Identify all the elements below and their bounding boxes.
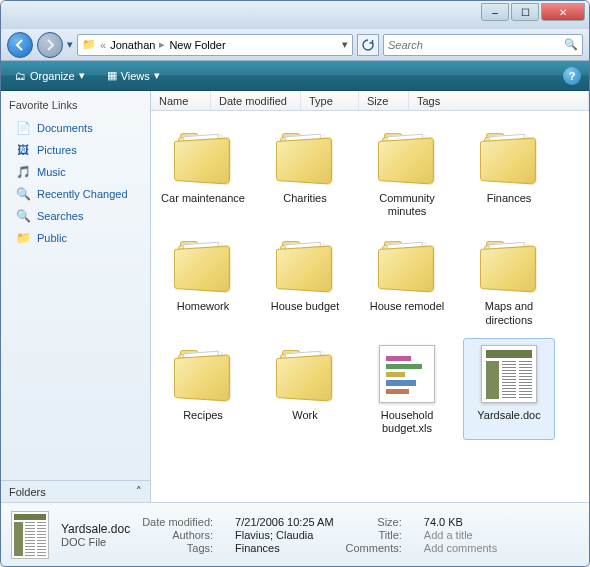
folder-icon	[480, 133, 538, 181]
title-field[interactable]: Add a title	[424, 529, 497, 541]
link-icon: 📁	[15, 230, 31, 246]
document-icon	[481, 345, 537, 403]
link-icon: 🖼	[15, 142, 31, 158]
details-properties-right: Size:74.0 KB Title:Add a title Comments:…	[346, 516, 498, 554]
item-label: Car maintenance	[161, 192, 245, 205]
column-header-name[interactable]: Name	[151, 91, 211, 110]
favorite-links-heading: Favorite Links	[1, 97, 150, 117]
chevron-right-icon[interactable]: ▸	[159, 38, 165, 51]
views-icon: ▦	[107, 69, 117, 82]
column-header-tags[interactable]: Tags	[409, 91, 589, 110]
maximize-button[interactable]: ☐	[511, 3, 539, 21]
details-filename: Yardsale.doc	[61, 522, 130, 536]
item-label: Yardsale.doc	[477, 409, 540, 422]
organize-icon: 🗂	[15, 70, 26, 82]
address-dropdown-icon[interactable]: ▾	[342, 38, 348, 51]
link-label: Public	[37, 232, 67, 244]
folder-icon	[276, 241, 334, 289]
favorite-link[interactable]: 🔍Searches	[1, 205, 150, 227]
column-header-type[interactable]: Type	[301, 91, 359, 110]
search-box[interactable]: 🔍	[383, 34, 583, 56]
folder-icon	[276, 350, 334, 398]
folder-item[interactable]: Finances	[463, 121, 555, 223]
file-item[interactable]: Yardsale.doc	[463, 338, 555, 440]
favorite-link[interactable]: 🎵Music	[1, 161, 150, 183]
folder-item[interactable]: Homework	[157, 229, 249, 331]
item-label: Homework	[177, 300, 230, 313]
folder-item[interactable]: Charities	[259, 121, 351, 223]
link-label: Music	[37, 166, 66, 178]
folder-icon	[276, 133, 334, 181]
views-button[interactable]: ▦ Views ▾	[101, 66, 166, 85]
comments-field[interactable]: Add comments	[424, 542, 497, 554]
folder-item[interactable]: House remodel	[361, 229, 453, 331]
folder-item[interactable]: Maps and directions	[463, 229, 555, 331]
folder-icon	[174, 241, 232, 289]
file-grid[interactable]: Car maintenanceCharitiesCommunity minute…	[151, 111, 589, 502]
column-header-date[interactable]: Date modified	[211, 91, 301, 110]
item-label: Community minutes	[364, 192, 450, 218]
favorite-link[interactable]: 🔍Recently Changed	[1, 183, 150, 205]
forward-button[interactable]	[37, 32, 63, 58]
nav-row: ▾ 📁 « Jonathan ▸ New Folder ▾ 🔍	[1, 29, 589, 61]
folder-icon	[378, 241, 436, 289]
item-label: Recipes	[183, 409, 223, 422]
breadcrumb-overflow-icon[interactable]: «	[100, 39, 106, 51]
minimize-button[interactable]: –	[481, 3, 509, 21]
link-icon: 📄	[15, 120, 31, 136]
item-label: Charities	[283, 192, 326, 205]
help-button[interactable]: ?	[563, 67, 581, 85]
folder-icon	[174, 350, 232, 398]
explorer-window: – ☐ ✕ ▾ 📁 « Jonathan ▸ New Folder ▾ 🔍 🗂	[0, 0, 590, 567]
link-label: Recently Changed	[37, 188, 128, 200]
link-label: Pictures	[37, 144, 77, 156]
breadcrumb-item[interactable]: Jonathan	[110, 39, 155, 51]
item-label: Work	[292, 409, 317, 422]
spreadsheet-icon	[379, 345, 435, 403]
link-icon: 🔍	[15, 208, 31, 224]
body: Favorite Links 📄Documents🖼Pictures🎵Music…	[1, 91, 589, 502]
favorite-link[interactable]: 🖼Pictures	[1, 139, 150, 161]
link-icon: 🔍	[15, 186, 31, 202]
folder-icon	[378, 133, 436, 181]
link-label: Documents	[37, 122, 93, 134]
breadcrumb-item[interactable]: New Folder	[169, 39, 225, 51]
favorite-link[interactable]: 📄Documents	[1, 117, 150, 139]
details-filetype: DOC File	[61, 536, 130, 548]
details-pane: Yardsale.doc DOC File Date modified:7/21…	[1, 502, 589, 566]
folder-item[interactable]: House budget	[259, 229, 351, 331]
nav-pane: Favorite Links 📄Documents🖼Pictures🎵Music…	[1, 91, 151, 502]
content-area: Name Date modified Type Size Tags Car ma…	[151, 91, 589, 502]
address-bar[interactable]: 📁 « Jonathan ▸ New Folder ▾	[77, 34, 353, 56]
search-icon: 🔍	[564, 38, 578, 51]
folder-item[interactable]: Community minutes	[361, 121, 453, 223]
item-label: Household budget.xls	[364, 409, 450, 435]
nav-history-dropdown-icon[interactable]: ▾	[67, 38, 73, 51]
folder-item[interactable]: Work	[259, 338, 351, 440]
favorite-link[interactable]: 📁Public	[1, 227, 150, 249]
command-bar: 🗂 Organize ▾ ▦ Views ▾ ?	[1, 61, 589, 91]
close-button[interactable]: ✕	[541, 3, 585, 21]
chevron-down-icon: ▾	[154, 69, 160, 82]
titlebar: – ☐ ✕	[1, 1, 589, 29]
link-label: Searches	[37, 210, 83, 222]
refresh-button[interactable]	[357, 34, 379, 56]
details-properties-left: Date modified:7/21/2006 10:25 AM Authors…	[142, 516, 333, 554]
folder-icon: 📁	[82, 38, 96, 51]
back-button[interactable]	[7, 32, 33, 58]
organize-button[interactable]: 🗂 Organize ▾	[9, 66, 91, 85]
item-label: Finances	[487, 192, 532, 205]
folders-toggle[interactable]: Folders ˄	[1, 480, 150, 502]
column-header-size[interactable]: Size	[359, 91, 409, 110]
search-input[interactable]	[388, 39, 564, 51]
folder-item[interactable]: Car maintenance	[157, 121, 249, 223]
item-label: Maps and directions	[466, 300, 552, 326]
chevron-up-icon: ˄	[136, 485, 142, 498]
chevron-down-icon: ▾	[79, 69, 85, 82]
folder-item[interactable]: Recipes	[157, 338, 249, 440]
link-icon: 🎵	[15, 164, 31, 180]
details-thumbnail	[11, 511, 49, 559]
file-item[interactable]: Household budget.xls	[361, 338, 453, 440]
item-label: House budget	[271, 300, 340, 313]
column-headers: Name Date modified Type Size Tags	[151, 91, 589, 111]
